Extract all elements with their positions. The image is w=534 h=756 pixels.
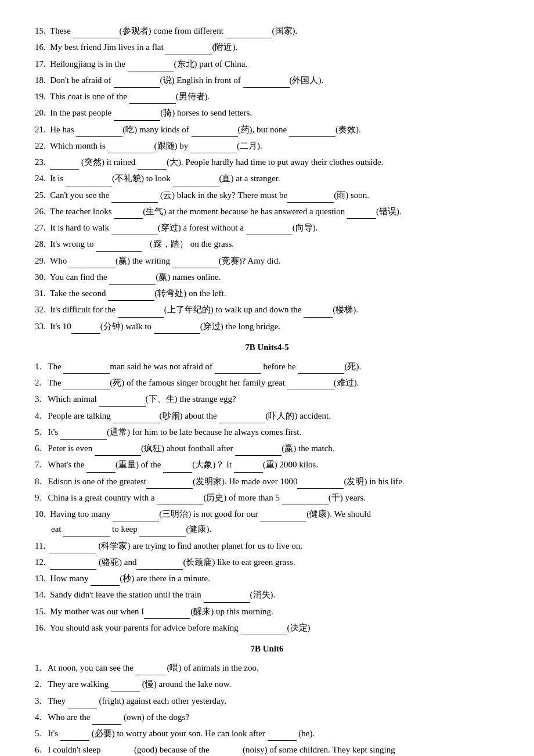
item-number: 16. My best friend Jim lives in a flat <box>35 42 165 52</box>
item-number: 23. <box>35 157 50 167</box>
blank <box>91 577 120 586</box>
item-text: (外国人). <box>290 75 324 85</box>
item-text: (下、生) the strange egg? <box>146 394 236 404</box>
item-text: (二月). <box>237 141 262 150</box>
item-text: (云) black in the sky? There must be <box>158 190 287 200</box>
blank <box>109 275 156 285</box>
item-text: (大象)？ It <box>192 460 234 469</box>
item-text: (穿过) a forest without a <box>158 223 246 232</box>
blank <box>50 160 79 170</box>
item-number: 11. <box>35 541 50 550</box>
units45-item-15: 15. My mother was out when I(醒来) up this… <box>35 604 499 619</box>
blank <box>99 398 146 407</box>
blank <box>211 748 240 757</box>
units45-item-14: 14. Sandy didn't leave the station until… <box>35 587 499 602</box>
item-17: 17. Heilongjiang is in the (东北) part of … <box>35 56 499 71</box>
item-number: 18. Don't be afraid of <box>35 75 114 85</box>
units45-item-5: 5. It's (通常) for him to be late because … <box>35 424 499 440</box>
item-number: 16. You should ask your parents for advi… <box>35 623 241 632</box>
item-text: (大). People hardly had time to put away … <box>167 157 383 167</box>
item-text: (长颈鹿) like to eat green grass. <box>183 557 295 567</box>
item-number: 7. What's the <box>35 460 86 469</box>
item-text: (发明) in his life. <box>344 477 404 486</box>
blank <box>241 626 287 635</box>
item-text: (直) at a stranger. <box>219 174 280 183</box>
item-text: (he). <box>297 729 315 738</box>
item-text: (健康). <box>186 524 211 534</box>
blank <box>108 144 154 153</box>
item-text: (转弯处) on the left. <box>154 289 226 298</box>
item-30: 30. You can find the (赢) names online. <box>35 269 499 285</box>
item-number: 15. These <box>35 26 73 35</box>
item-text: (生气) at the moment because he has answer… <box>143 207 347 216</box>
blank <box>219 414 265 423</box>
blank <box>108 291 154 301</box>
item-text: (穿过) the long bridge. <box>200 322 280 331</box>
item-text: (赢) names online. <box>156 272 221 282</box>
item-20: 20. In the past people (骑) horses to sen… <box>35 105 499 120</box>
item-25: 25. Can't you see the (云) black in the s… <box>35 188 499 203</box>
item-number: 12. <box>35 557 50 567</box>
item-text: (醒来) up this morning. <box>190 607 273 616</box>
blank <box>215 365 261 374</box>
item-text: (发明家). He made over 1000 <box>193 477 297 486</box>
item-number: 1. The <box>35 362 63 371</box>
item-text-cont: eat <box>51 524 63 534</box>
units45-item-13: 13. How many (秒) are there in a minute. <box>35 571 499 586</box>
item-24: 24. It is (不礼貌) to look (直) at a strange… <box>35 171 499 186</box>
item-text: (国家). <box>272 26 298 35</box>
item-text: (不礼貌) to look <box>112 174 173 183</box>
blank <box>298 365 344 374</box>
item-number: 14. Sandy didn't leave the station until… <box>35 590 204 599</box>
blank <box>157 496 203 505</box>
units45-item-10: 10. Having too many (三明治) is not good fo… <box>35 506 499 537</box>
section-title-7b-unit6: 7B Unit6 <box>35 641 499 657</box>
item-text: (说) English in front of <box>160 75 243 85</box>
item-16: 16. My best friend Jim lives in a flat (… <box>35 39 499 55</box>
units45-item-7: 7. What's the (重量) of the (大象)？ It (重) 2… <box>35 457 499 472</box>
item-27: 27. It is hard to walk (穿过) a forest wit… <box>35 220 499 235</box>
item-text: (通常) for him to be late because he alway… <box>107 427 301 437</box>
item-number: 30. You can find the <box>35 272 109 282</box>
item-text: (骆驼) and <box>96 557 136 567</box>
item-15: 15. These (参观者) come from different (国家)… <box>35 23 499 38</box>
blank <box>103 748 132 757</box>
item-text: (吃) many kinds of <box>122 125 191 134</box>
units45-item-4: 4. People are talking (吵闹) about the (吓人… <box>35 408 499 423</box>
item-text: (吵闹) about the <box>160 411 219 420</box>
blank <box>50 560 96 570</box>
blank <box>190 144 237 153</box>
blank <box>260 512 306 521</box>
item-text: (药), but none <box>238 125 289 134</box>
item-text: （踩，踏） on the grass. <box>142 239 234 249</box>
units45-item-16: 16. You should ask your parents for advi… <box>35 620 499 635</box>
item-text: (骑) horses to send letters. <box>160 108 252 117</box>
unit6-item-5: 5. It's (必要) to worry about your son. He… <box>35 726 499 741</box>
item-18: 18. Don't be afraid of (说) English in fr… <box>35 73 499 88</box>
item-number: 27. It is hard to walk <box>35 223 111 232</box>
blank <box>118 308 164 318</box>
item-number: 2. They are walking <box>35 679 111 689</box>
item-28: 28. It's wrong to （踩，踏） on the grass. <box>35 236 499 251</box>
item-text: (决定) <box>287 623 311 632</box>
blank <box>129 95 176 104</box>
item-number: 29. Who <box>35 256 69 265</box>
blank <box>73 29 120 38</box>
item-number: 19. This coat is one of the <box>35 92 129 101</box>
item-number: 5. It's <box>35 427 60 437</box>
item-text: (fright) against each other yesterday. <box>97 696 226 705</box>
blank <box>297 480 344 489</box>
blank <box>50 544 96 553</box>
item-text: (向导). <box>293 223 318 232</box>
item-number: 21. He has <box>35 125 76 134</box>
units45-item-12: 12. (骆驼) and(长颈鹿) like to eat green gras… <box>35 555 499 570</box>
blank <box>139 528 186 537</box>
units45-item-2: 2. The (死) of the famous singer brought … <box>35 375 499 390</box>
item-number: 13. How many <box>35 574 91 583</box>
item-number: 3. Which animal <box>35 394 99 404</box>
item-number: 4. People are talking <box>35 411 113 420</box>
blank <box>154 325 200 334</box>
blank <box>66 177 112 186</box>
item-number: 24. It is <box>35 174 66 183</box>
item-text: (noisy) of some children. They kept sing… <box>240 745 395 754</box>
